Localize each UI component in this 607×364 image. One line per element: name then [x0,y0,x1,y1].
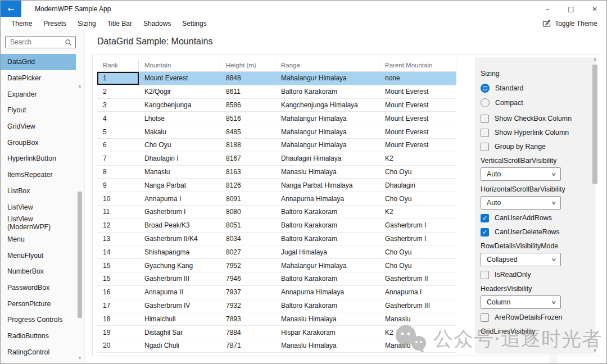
table-cell[interactable]: 7932 [220,299,275,312]
table-cell[interactable]: Distaghil Sar [139,326,220,339]
table-cell[interactable]: 13 [97,233,139,245]
menu-title-bar[interactable]: Title Bar [102,17,138,30]
menu-shadows[interactable]: Shadows [138,17,176,30]
combobox-auto[interactable]: Auto∨ [481,167,561,181]
table-cell[interactable]: 4 [97,112,139,125]
table-cell[interactable]: Mahalangur Himalaya [275,125,379,138]
table-cell[interactable]: Manaslu [379,339,456,352]
table-cell[interactable]: Nanga Parbat Himalaya [275,179,379,192]
sidebar-item-datepicker[interactable]: DatePicker [1,70,76,87]
combobox-column[interactable]: Column∨ [481,295,561,309]
table-cell[interactable]: Mount Everest [379,85,456,98]
sidebar-item-itemsrepeater[interactable]: ItemsRepeater [1,167,76,183]
column-header[interactable]: Range [275,59,379,71]
table-cell[interactable]: 7952 [220,259,275,272]
table-cell[interactable]: 8080 [220,206,275,219]
table-cell[interactable]: 11 [97,206,139,219]
sidebar-item-groupbox[interactable]: GroupBox [1,134,76,151]
table-cell[interactable]: 7893 [220,312,275,325]
table-row[interactable]: 18Himalchuli7893Manaslu HimalayaManaslu [97,312,456,326]
table-cell[interactable]: K2 [379,152,456,165]
sidebar-item-hyperlinkbutton[interactable]: HyperlinkButton [1,151,76,167]
table-cell[interactable]: 8091 [220,192,275,205]
table-row[interactable]: 12Broad Peak/K38051Baltoro KarakoramGash… [97,219,456,233]
table-cell[interactable]: Annapurna I [379,286,456,299]
table-cell[interactable]: Gasherbrum III [379,299,456,312]
sidebar-item-listbox[interactable]: ListBox [1,183,76,199]
table-cell[interactable]: Manaslu Himalaya [275,339,379,352]
table-cell[interactable]: Mount Everest [379,139,456,152]
column-header[interactable]: Rank [97,59,139,71]
table-cell[interactable]: Mahalangur Himalaya [275,72,379,85]
table-cell[interactable]: 8848 [220,72,275,85]
table-cell[interactable]: 20 [97,339,139,352]
checkbox-box-icon[interactable] [481,129,489,137]
table-cell[interactable]: 8126 [220,179,275,192]
menu-presets[interactable]: Presets [38,17,72,30]
table-cell[interactable]: K2 [379,206,456,219]
search-box[interactable] [5,36,76,48]
table-cell[interactable]: K2 [379,326,456,339]
options-panel-scrollbar-thumb[interactable] [592,65,597,184]
sidebar-item-datagrid[interactable]: DataGrid [1,54,76,70]
table-cell[interactable]: 8051 [220,219,275,232]
sidebar-scrollbar-thumb[interactable] [78,192,82,318]
table-cell[interactable]: 12 [97,219,139,232]
table-cell[interactable]: 8188 [220,139,275,152]
table-cell[interactable]: Annapurna Himalaya [275,286,379,299]
table-cell[interactable]: Dhaulagiri [379,179,456,192]
table-cell[interactable]: Baltoro Karakoram [275,206,379,219]
table-cell[interactable]: 18 [97,312,139,325]
column-header[interactable]: Mountain [139,59,220,71]
table-cell[interactable]: Gasherbrum I [139,206,220,219]
table-cell[interactable]: Gasherbrum III [139,272,220,285]
table-cell[interactable]: 8163 [220,166,275,179]
table-row[interactable]: 5Makalu8485Mahalangur HimalayaMount Ever… [97,125,456,139]
table-row[interactable]: 14Shishapangma8027Jugal HimalayaCho Oyu [97,245,456,259]
sidebar-item-listview-modernwpf[interactable]: ListView (ModernWPF) [1,215,76,231]
close-button[interactable]: × [583,1,606,17]
table-row[interactable]: 6Cho Oyu8188Mahalangur HimalayaMount Eve… [97,139,456,152]
table-cell[interactable]: 8167 [220,152,275,165]
table-row[interactable]: 20Ngadi Chuli7871Manaslu HimalayaManaslu [97,339,456,353]
minimize-button[interactable]: – [536,1,559,17]
table-row[interactable]: 8Manaslu8163Manaslu HimalayaCho Oyu [97,166,456,179]
table-cell[interactable]: 8586 [220,99,275,112]
table-cell[interactable]: Lhotse [139,112,220,125]
radio-circle-icon[interactable] [481,84,490,93]
table-cell[interactable]: Cho Oyu [379,259,456,272]
column-header[interactable]: Height (m) [220,59,275,71]
table-cell[interactable]: 7946 [220,272,275,285]
sidebar-item-expander[interactable]: Expander [1,86,76,102]
sidebar-item-gridview[interactable]: GridView [1,119,76,135]
table-cell[interactable]: Ngadi Chuli [139,339,220,352]
table-cell[interactable]: 8 [97,166,139,179]
table-cell[interactable]: Broad Peak/K3 [139,219,220,232]
chevron-up-icon[interactable]: ∧ [77,84,83,89]
table-row[interactable]: 4Lhotse8516Mahalangur HimalayaMount Ever… [97,112,456,125]
table-row[interactable]: 7Dhaulagiri I8167Dhaulagiri HimalayaK2 [97,152,456,166]
table-cell[interactable]: Shishapangma [139,245,220,258]
sidebar-item-numberbox[interactable]: NumberBox [1,263,76,280]
table-cell[interactable]: Mahalangur Himalaya [275,259,379,272]
table-cell[interactable]: 8034 [220,233,275,245]
table-cell[interactable]: Mahalangur Himalaya [275,112,379,125]
checkbox-box-icon[interactable] [481,143,489,151]
table-cell[interactable]: Manaslu [379,312,456,325]
chevron-down-icon[interactable]: ∨ [592,348,598,353]
sidebar-item-passwordbox[interactable]: PasswordBox [1,280,76,296]
table-cell[interactable]: Gasherbrum I [379,219,456,232]
menu-settings[interactable]: Settings [176,17,212,30]
maximize-button[interactable]: □ [559,1,583,17]
table-cell[interactable]: 8485 [220,125,275,138]
table-row[interactable]: 2K2/Qogir8611Baltoro KarakoramMount Ever… [97,85,456,99]
table-cell[interactable]: Cho Oyu [139,139,220,152]
table-cell[interactable]: 3 [97,99,139,112]
table-cell[interactable]: Jugal Himalaya [275,245,379,258]
table-cell[interactable]: Manaslu [139,166,220,179]
checkbox-box-icon[interactable] [481,115,489,123]
table-cell[interactable]: Annapurna II [139,286,220,299]
table-row[interactable]: 17Gasherbrum IV7932Baltoro KarakoramGash… [97,299,456,313]
table-row[interactable]: 1Mount Everest8848Mahalangur Himalayanon… [97,72,456,85]
sidebar-item-menu[interactable]: Menu [1,231,76,248]
